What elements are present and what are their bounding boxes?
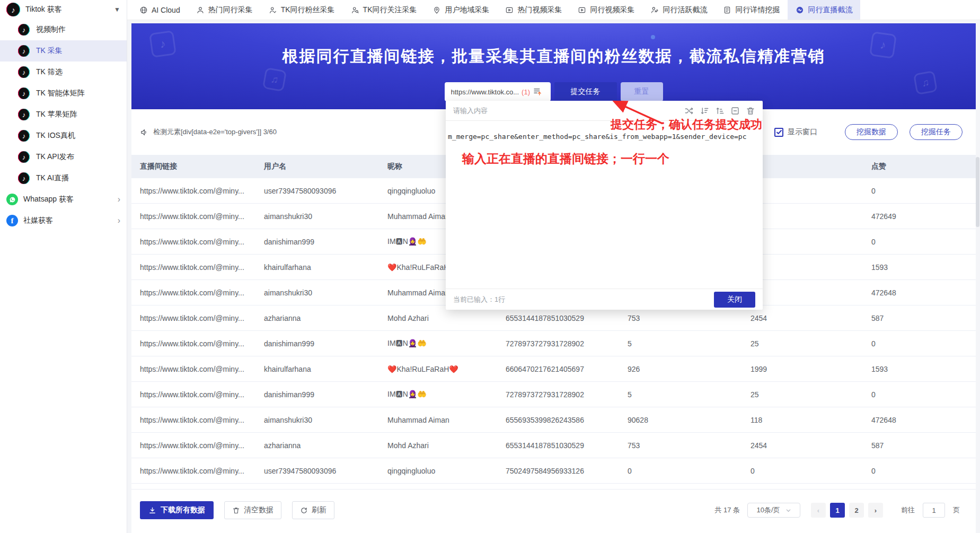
sort-descending-icon[interactable] bbox=[700, 106, 709, 116]
cell-r11-c6: 0 bbox=[863, 467, 976, 475]
nav-tab-8[interactable]: 同行详情挖掘 bbox=[715, 0, 788, 20]
next-page-button[interactable]: › bbox=[868, 503, 883, 518]
cell-r0-c1: user73947580093096 bbox=[255, 187, 379, 195]
sidebar-item-2[interactable]: ♪TK 筛选 bbox=[0, 62, 127, 83]
nav-tab-label: TK同行关注采集 bbox=[363, 5, 417, 15]
bottom-bar: 下载所有数据 清空数据 刷新 共 17 条 10条/页 ‹ 12 › 前往 1 … bbox=[131, 494, 976, 526]
cell-r6-c2: IM🅰N🧕🤲 bbox=[379, 339, 497, 348]
tiktok-icon: ♪ bbox=[18, 109, 30, 120]
nav-tab-label: 热门视频采集 bbox=[517, 5, 562, 15]
table-row: https://www.tiktok.com/@miny...azhariann… bbox=[131, 433, 976, 458]
cell-r6-c5: 25 bbox=[742, 339, 863, 348]
cell-r5-c0: https://www.tiktok.com/@miny... bbox=[131, 314, 255, 322]
tiktok-icon: ♪ bbox=[18, 66, 30, 78]
cell-r8-c0: https://www.tiktok.com/@miny... bbox=[131, 390, 255, 399]
cell-r11-c5: 0 bbox=[742, 467, 863, 475]
cell-r1-c0: https://www.tiktok.com/@miny... bbox=[131, 212, 255, 221]
sidebar-item-label: TK 采集 bbox=[36, 46, 63, 56]
cell-r11-c3: 7502497584956933126 bbox=[497, 467, 619, 475]
tiktok-icon: ♪ bbox=[18, 130, 30, 142]
refresh-label: 刷新 bbox=[312, 505, 326, 515]
nav-tab-6[interactable]: 同行视频采集 bbox=[570, 0, 642, 20]
vertical-scrollbar[interactable] bbox=[976, 157, 979, 227]
minus-box-icon[interactable] bbox=[730, 106, 740, 116]
pagination: 共 17 条 10条/页 ‹ 12 › 前往 1 页 bbox=[714, 503, 960, 518]
cell-r2-c0: https://www.tiktok.com/@miny... bbox=[131, 238, 255, 246]
sidebar-item-6[interactable]: ♪TK API发布 bbox=[0, 146, 127, 168]
sidebar-item-label: TK 筛选 bbox=[36, 67, 63, 77]
chevron-right-icon: › bbox=[118, 195, 120, 204]
shuffle-icon[interactable] bbox=[684, 106, 694, 116]
prev-page-button[interactable]: ‹ bbox=[811, 503, 826, 518]
column-header-6: 点赞 bbox=[863, 162, 976, 171]
pulse-icon bbox=[796, 6, 804, 14]
sidebar-item-7[interactable]: ♪TK AI直播 bbox=[0, 168, 127, 189]
page-size-select[interactable]: 10条/页 bbox=[747, 503, 800, 518]
show-window-checkbox[interactable] bbox=[774, 128, 783, 137]
modal-content-text[interactable]: m_merge=pc_share&enter_method=pc_share&i… bbox=[446, 121, 763, 289]
page-button-1[interactable]: 1 bbox=[830, 503, 845, 518]
goto-page-input[interactable]: 1 bbox=[923, 503, 945, 518]
download-all-button[interactable]: 下载所有数据 bbox=[140, 501, 214, 519]
cell-r8-c4: 5 bbox=[619, 390, 742, 399]
banner: ♪ ♫ ♪ ♫ 根据同行直播间链接，批量采集其直播间的粉丝数据，截流私信精准营销… bbox=[131, 23, 976, 109]
modal-footer: 当前已输入：1行 关闭 bbox=[446, 289, 763, 310]
sidebar-group-label: 社媒获客 bbox=[23, 216, 53, 225]
sidebar-item-4[interactable]: ♪TK 苹果矩阵 bbox=[0, 104, 127, 125]
cell-r4-c0: https://www.tiktok.com/@miny... bbox=[131, 289, 255, 297]
nav-tab-4[interactable]: 用户地域采集 bbox=[425, 0, 497, 20]
sidebar-header[interactable]: ♪ Tiktok 获客 ▼ bbox=[0, 0, 127, 19]
page-button-2[interactable]: 2 bbox=[849, 503, 864, 518]
nav-tab-1[interactable]: 热门同行采集 bbox=[188, 0, 261, 20]
table-row: https://www.tiktok.com/@miny...danishima… bbox=[131, 382, 976, 407]
cell-r7-c3: 6606470217621405697 bbox=[497, 365, 619, 373]
live-url-input[interactable]: https://www.tiktok.co... (1) bbox=[445, 82, 551, 101]
cell-r3-c1: khairulfarhana bbox=[255, 263, 379, 272]
cell-r5-c5: 2454 bbox=[742, 314, 863, 322]
nav-tab-2[interactable]: TK同行粉丝采集 bbox=[261, 0, 343, 20]
cell-r5-c2: Mohd Azhari bbox=[379, 314, 497, 322]
cell-r9-c2: Muhammad Aiman bbox=[379, 416, 497, 424]
sidebar-item-3[interactable]: ♪TK 智能体矩阵 bbox=[0, 83, 127, 104]
cell-r4-c6: 472648 bbox=[863, 289, 976, 297]
sort-ascending-icon[interactable] bbox=[715, 106, 725, 116]
refresh-icon bbox=[300, 506, 308, 514]
tiktok-icon: ♪ bbox=[6, 3, 20, 16]
edit-list-icon[interactable] bbox=[533, 87, 542, 97]
close-button[interactable]: 关闭 bbox=[714, 292, 755, 308]
clear-data-button[interactable]: 清空数据 bbox=[224, 501, 281, 519]
table-row: https://www.tiktok.com/@miny...danishima… bbox=[131, 331, 976, 356]
person-check-icon bbox=[269, 6, 277, 14]
nav-tab-7[interactable]: 同行活跃截流 bbox=[642, 0, 715, 20]
sidebar: ♪ Tiktok 获客 ▼ ♪视频制作♪TK 采集♪TK 筛选♪TK 智能体矩阵… bbox=[0, 0, 127, 533]
cell-r10-c2: Mohd Azhari bbox=[379, 441, 497, 450]
sidebar-group-1[interactable]: f社媒获客› bbox=[0, 210, 127, 231]
sidebar-item-label: TK 苹果矩阵 bbox=[36, 110, 77, 119]
person-pin-icon bbox=[432, 6, 441, 14]
sidebar-item-0[interactable]: ♪视频制作 bbox=[0, 19, 127, 40]
sidebar-item-1[interactable]: ♪TK 采集 bbox=[0, 40, 127, 62]
nav-tab-label: AI Cloud bbox=[152, 6, 180, 14]
table-row: https://www.tiktok.com/@miny...user73947… bbox=[131, 458, 976, 484]
cell-r10-c1: azharianna bbox=[255, 441, 379, 450]
nav-tab-0[interactable]: AI Cloud bbox=[131, 0, 188, 20]
cell-r7-c1: khairulfarhana bbox=[255, 365, 379, 373]
cell-r8-c6: 0 bbox=[863, 390, 976, 399]
sidebar-item-5[interactable]: ♪TK IOS真机 bbox=[0, 125, 127, 146]
mine-data-button[interactable]: 挖掘数据 bbox=[845, 124, 898, 140]
trash-icon[interactable] bbox=[746, 106, 755, 116]
cell-r6-c3: 7278973727931728902 bbox=[497, 339, 619, 348]
cell-r5-c1: azharianna bbox=[255, 314, 379, 322]
sidebar-group-0[interactable]: Whatsapp 获客› bbox=[0, 189, 127, 210]
nav-tab-5[interactable]: 热门视频采集 bbox=[497, 0, 570, 20]
nav-tab-9[interactable]: 同行直播截流 bbox=[788, 0, 860, 20]
cell-r10-c4: 753 bbox=[619, 441, 742, 450]
nav-tab-label: 同行详情挖掘 bbox=[735, 5, 780, 15]
mine-task-button[interactable]: 挖掘任务 bbox=[910, 124, 963, 140]
cell-r6-c1: danishiman999 bbox=[255, 339, 379, 348]
cell-r9-c3: 6556935399826243586 bbox=[497, 416, 619, 424]
refresh-button[interactable]: 刷新 bbox=[292, 501, 334, 519]
nav-tab-3[interactable]: TK同行关注采集 bbox=[343, 0, 425, 20]
cell-r9-c5: 118 bbox=[742, 416, 863, 424]
chevron-down-icon[interactable]: ▼ bbox=[114, 6, 120, 13]
